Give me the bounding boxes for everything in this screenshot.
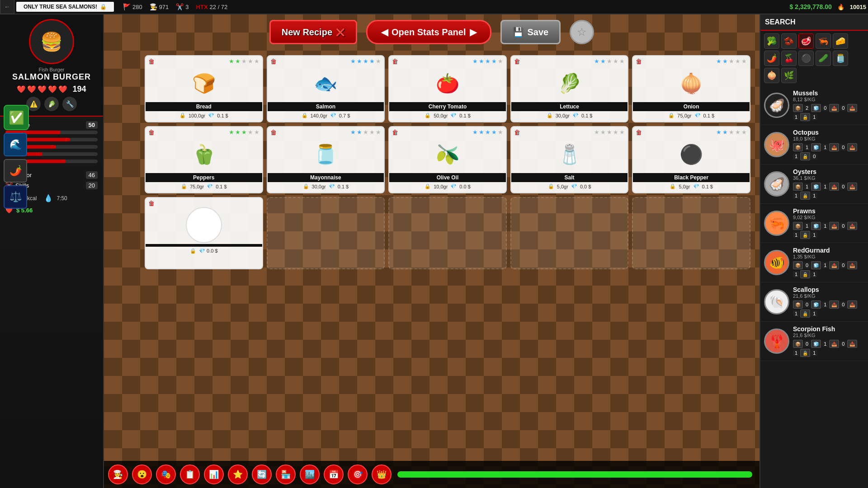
ctrl-icon-3[interactable]: 📥 [847,143,857,151]
ctrl-icon-0[interactable]: 📦 [793,104,803,112]
scale-icon-btn[interactable]: ⚖️ [4,185,27,209]
ctrl-icon-2[interactable]: 📤 [829,261,839,269]
ctrl-icon-3[interactable]: 📥 [847,222,857,230]
ctrl-icon-0[interactable]: 📦 [793,300,803,309]
ctrl-icon-1[interactable]: 🧊 [811,222,821,230]
search-list-item[interactable]: 🐚 Scallops 21,6 $/KG 📦0🧊1📤0📥1🔒1 [760,282,868,322]
check-icon-btn[interactable]: ✅ [4,105,29,130]
search-filter-icon-6[interactable]: 🍒 [781,51,797,66]
remove-icon[interactable]: 🗑 [148,58,155,65]
ctrl-icon-3[interactable]: 📥 [847,183,857,191]
ingredient-card[interactable]: 🗑 ★★★★★ 🫙 Mayonnaise 🔒 30,0gr 💎 0.1 $ [267,126,385,193]
ctrl-icon-2[interactable]: 📤 [829,222,839,230]
ingredient-card[interactable]: 🗑 ★★★★★ 🐟 Salmon 🔒 140,0gr 💎 0.7 $ [267,55,385,122]
ctrl-icon-3[interactable]: 📥 [847,104,857,112]
conveyor-btn-2[interactable]: 🎭 [156,465,176,484]
conveyor-btn-4[interactable]: 📊 [204,465,224,484]
partial-ingredient-card[interactable]: 🗑 🔒 💎 0.0 $ [145,197,263,269]
ctrl-icon-1[interactable]: 🧊 [811,143,821,151]
ingredient-card[interactable]: 🗑 ★★★★★ ⚫ Black Pepper 🔒 5,0gr 💎 0.1 $ [632,126,750,193]
ingredient-card[interactable]: 🗑 ★★★★★ 🫑 Peppers 🔒 75,0gr 💎 0.1 $ [145,126,263,193]
empty-slot[interactable] [510,197,629,269]
ingredient-card[interactable]: 🗑 ★★★★★ 🫒 Olive Oil 🔒 10,0gr 💎 0.0 $ [388,126,507,193]
search-filter-icon-2[interactable]: 🥩 [798,33,814,49]
ctrl-icon-4[interactable]: 🔒 [800,349,810,357]
ctrl-icon-2[interactable]: 📤 [829,104,839,112]
ctrl-icon-1[interactable]: 🧊 [811,340,821,348]
ctrl-icon-0[interactable]: 📦 [793,143,803,151]
empty-slot[interactable] [388,197,507,269]
save-button[interactable]: 💾 Save [500,20,561,44]
ctrl-icon-4[interactable]: 🔒 [800,310,810,318]
remove-icon[interactable]: 🗑 [636,58,642,65]
conveyor-btn-5[interactable]: ⭐ [228,465,248,484]
conveyor-btn-0[interactable]: 🧑‍🍳 [108,465,128,484]
ctrl-icon-0[interactable]: 📦 [793,222,803,230]
search-list-item[interactable]: 🦪 Mussels 8,12 $/KG 📦2🧊0📤0📥1🔒1 [760,86,868,125]
remove-icon[interactable]: 🗑 [270,129,277,136]
remove-icon[interactable]: 🗑 [514,58,520,65]
search-filter-icon-7[interactable]: ⚫ [798,51,814,66]
ctrl-icon-1[interactable]: 🧊 [811,183,821,191]
ctrl-icon-1[interactable]: 🧊 [811,104,821,112]
conveyor-btn-11[interactable]: 👑 [372,465,392,484]
search-list-item[interactable]: 🐙 Octopus 18,0 $/KG 📦1🧊1📤0📥1🔒0 [760,125,868,164]
ctrl-icon-3[interactable]: 📥 [847,261,857,269]
ctrl-icon-2[interactable]: 📤 [829,183,839,191]
new-recipe-button[interactable]: New Recipe ❌ [269,20,357,44]
conveyor-btn-6[interactable]: 🔄 [252,465,272,484]
remove-icon[interactable]: 🗑 [636,129,642,136]
conveyor-btn-7[interactable]: 🏪 [276,465,296,484]
empty-slot[interactable] [632,197,750,269]
search-filter-icon-0[interactable]: 🥦 [764,33,779,49]
conveyor-btn-9[interactable]: 📅 [324,465,344,484]
ingredient-card[interactable]: 🗑 ★★★★★ 🧅 Onion 🔒 75,0gr 💎 0.1 $ [632,55,750,122]
open-stats-button[interactable]: ◀ Open Stats Panel ▶ [366,20,491,44]
search-filter-icon-8[interactable]: 🥒 [816,51,831,66]
search-filter-icon-10[interactable]: 🧅 [764,68,779,83]
ctrl-icon-0[interactable]: 📦 [793,340,803,348]
ctrl-icon-1[interactable]: 🧊 [811,300,821,309]
remove-icon[interactable]: 🗑 [148,200,155,207]
search-filter-icon-5[interactable]: 🌶️ [764,51,779,66]
ctrl-icon-4[interactable]: 🔒 [800,152,810,160]
ctrl-icon-2[interactable]: 📤 [829,300,839,309]
ingredient-card[interactable]: 🗑 ★★★★★ 🍞 Bread 🔒 100,0gr 💎 0.1 $ [145,55,263,122]
search-list-item[interactable]: 🦐 Prawns 9,02 $/KG 📦1🧊1📤0📥1🔒1 [760,204,868,243]
search-filter-icon-9[interactable]: 🫙 [833,51,848,66]
ctrl-icon-4[interactable]: 🔒 [800,192,810,200]
conveyor-btn-8[interactable]: 🏙️ [300,465,320,484]
ctrl-icon-3[interactable]: 📥 [847,300,857,309]
empty-slot[interactable] [267,197,385,269]
ctrl-icon-0[interactable]: 📦 [793,261,803,269]
ctrl-icon-3[interactable]: 📥 [847,340,857,348]
remove-icon[interactable]: 🗑 [392,129,398,136]
back-button[interactable]: ← [0,0,14,14]
star-button[interactable]: ☆ [570,20,594,44]
ctrl-icon-0[interactable]: 📦 [793,183,803,191]
search-filter-icon-11[interactable]: 🌿 [781,68,797,83]
ctrl-icon-2[interactable]: 📤 [829,143,839,151]
search-filter-icon-1[interactable]: 🫘 [781,33,797,49]
ctrl-icon-4[interactable]: 🔒 [800,231,810,239]
pepper-icon-btn[interactable]: 🌶️ [4,159,27,183]
ctrl-icon-2[interactable]: 📤 [829,340,839,348]
conveyor-btn-3[interactable]: 📋 [180,465,200,484]
conveyor-btn-1[interactable]: 😮 [132,465,152,484]
search-filter-icon-3[interactable]: 🦐 [816,33,831,49]
search-list-item[interactable]: 🦪 Oysters 36,1 $/KG 📦1🧊1📤0📥1🔒1 [760,164,868,204]
ingredient-card[interactable]: 🗑 ★★★★★ 🧂 Salt 🔒 5,0gr 💎 0.0 $ [510,126,629,193]
search-filter-icon-4[interactable]: 🧀 [833,33,848,49]
search-list-item[interactable]: 🦞 Scorpion Fish 21,6 $/KG 📦0🧊1📤0📥1🔒1 [760,322,868,361]
remove-icon[interactable]: 🗑 [392,58,398,65]
conveyor-btn-10[interactable]: 🎯 [348,465,368,484]
remove-icon[interactable]: 🗑 [514,129,520,136]
ingredient-card[interactable]: 🗑 ★★★★★ 🍅 Cherry Tomato 🔒 50,0gr 💎 0.1 $ [388,55,507,122]
ingredient-card[interactable]: 🗑 ★★★★★ 🥬 Lettuce 🔒 30,0gr 💎 0.1 $ [510,55,629,122]
ctrl-icon-4[interactable]: 🔒 [800,270,810,278]
search-list-item[interactable]: 🐠 RedGurnard 1,35 $/KG 📦0🧊1📤0📥1🔒1 [760,243,868,282]
ctrl-icon-1[interactable]: 🧊 [811,261,821,269]
ctrl-icon-4[interactable]: 🔒 [800,113,810,121]
remove-icon[interactable]: 🗑 [270,58,277,65]
seaweed-icon-btn[interactable]: 🌊 [4,133,27,156]
